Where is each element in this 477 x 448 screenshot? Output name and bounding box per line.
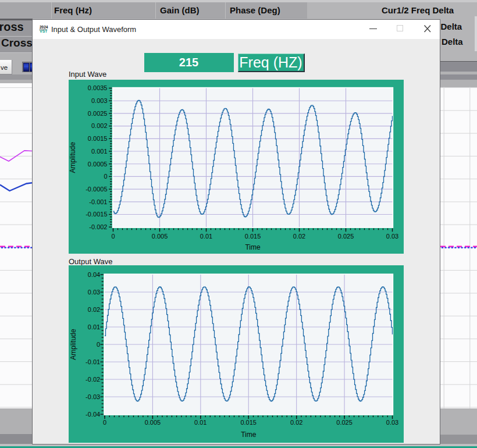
svg-text:0.0035: 0.0035 [87, 84, 107, 91]
svg-text:-0.03: -0.03 [86, 393, 100, 400]
svg-text:0.02: 0.02 [293, 232, 305, 239]
svg-text:0.0025: 0.0025 [87, 109, 107, 116]
svg-text:0: 0 [111, 232, 115, 239]
svg-text:-0.0015: -0.0015 [86, 211, 107, 218]
svg-text:0.04: 0.04 [87, 271, 99, 278]
svg-text:0.003: 0.003 [91, 97, 107, 104]
svg-text:0.01: 0.01 [194, 419, 207, 426]
svg-text:0.03: 0.03 [87, 289, 99, 296]
svg-text:0.015: 0.015 [244, 232, 261, 239]
svg-text:0.005: 0.005 [144, 419, 161, 426]
svg-text:Time: Time [241, 431, 257, 439]
svg-text:-0.0005: -0.0005 [86, 185, 107, 192]
svg-text:0.002: 0.002 [91, 122, 107, 129]
svg-text:0.025: 0.025 [336, 419, 353, 426]
svg-text:-0.01: -0.01 [86, 358, 100, 365]
svg-text:0.025: 0.025 [337, 232, 354, 239]
svg-text:0.01: 0.01 [87, 323, 99, 330]
svg-text:0.02: 0.02 [290, 419, 302, 426]
svg-text:2024: 2024 [40, 25, 48, 29]
svg-text:0.015: 0.015 [240, 419, 257, 426]
svg-text:0.001: 0.001 [91, 147, 107, 154]
svg-text:0.0015: 0.0015 [87, 135, 107, 142]
svg-text:0: 0 [97, 341, 100, 348]
svg-text:-0.002: -0.002 [89, 223, 107, 230]
svg-text:0.03: 0.03 [386, 419, 398, 426]
svg-text:0.01: 0.01 [200, 232, 212, 239]
svg-text:0: 0 [104, 173, 107, 180]
svg-text:-0.001: -0.001 [89, 198, 107, 205]
svg-text:0.0005: 0.0005 [87, 160, 107, 167]
svg-text:-0.02: -0.02 [86, 376, 100, 383]
svg-text:0.005: 0.005 [151, 232, 168, 239]
svg-text:-0.04: -0.04 [86, 411, 100, 418]
svg-text:Time: Time [245, 243, 261, 251]
svg-text:Amplitude: Amplitude [69, 141, 77, 173]
svg-text:0.02: 0.02 [87, 306, 99, 313]
svg-text:Amplitude: Amplitude [69, 329, 77, 360]
svg-text:0.03: 0.03 [386, 232, 398, 239]
svg-text:0: 0 [102, 419, 106, 426]
